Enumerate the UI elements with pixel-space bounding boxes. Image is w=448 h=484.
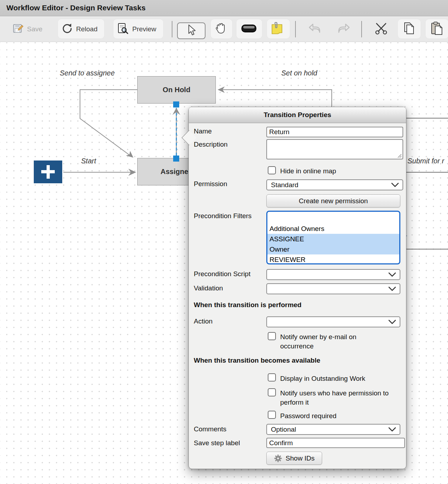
hide-in-online-map-checkbox[interactable] — [268, 166, 276, 174]
save-icon — [13, 23, 23, 35]
paste-clipboard-icon — [430, 22, 444, 37]
permission-value: Standard — [267, 181, 391, 189]
redo-icon — [336, 23, 351, 36]
validation-label: Validation — [194, 284, 223, 292]
toolbar: Save Reload Preview — [0, 17, 448, 42]
precondition-filters-label: Precondition Filters — [194, 212, 252, 220]
filter-option-assignee[interactable]: ASSIGNEE — [267, 234, 399, 244]
save-step-label: Save step label — [194, 439, 240, 447]
note-icon — [270, 22, 284, 36]
chevron-down-icon — [391, 183, 399, 188]
toolbar-separator — [361, 21, 362, 37]
toolbar-separator — [295, 21, 296, 37]
cut-button[interactable] — [374, 21, 388, 37]
window-titlebar: Workflow Editor - Design Review Tasks — [0, 0, 448, 16]
action-select[interactable] — [266, 316, 400, 327]
preview-button[interactable]: Preview — [117, 21, 156, 37]
reload-label: Reload — [76, 25, 97, 33]
display-outstanding-label: Display in Outstanding Work — [280, 374, 365, 383]
filter-option-owner[interactable]: Owner — [267, 244, 399, 254]
state-node-assigned-label: Assigned — [160, 168, 192, 176]
preview-label: Preview — [132, 25, 156, 33]
description-label: Description — [194, 141, 228, 148]
display-outstanding-checkbox[interactable] — [268, 373, 276, 382]
start-node[interactable] — [34, 161, 62, 183]
heading-when-performed: When this transition is performed — [194, 301, 302, 309]
step-node-icon — [241, 24, 257, 35]
comments-select[interactable]: Optional — [266, 424, 400, 435]
filter-option-additional-owners[interactable]: Additional Owners — [267, 223, 399, 234]
cursor-icon — [186, 24, 197, 38]
reload-icon — [62, 23, 73, 35]
plus-icon — [38, 164, 58, 180]
notify-owner-label: Notify owner by e-mail on occurrence — [280, 332, 376, 351]
page-title: Workflow Editor - Design Review Tasks — [6, 4, 145, 12]
transition-label-start[interactable]: Start — [81, 157, 96, 165]
transition-label-submit-partial: Submit for r — [407, 157, 444, 165]
precondition-filters-listbox[interactable]: Additional Owners ASSIGNEE Owner REVIEWE… — [266, 211, 400, 264]
toolbar-separator — [172, 21, 172, 37]
password-required-checkbox[interactable] — [268, 411, 276, 419]
create-new-permission-button[interactable]: Create new permission — [266, 194, 400, 207]
paste-button[interactable] — [430, 21, 444, 37]
annotation-note-tool-button[interactable] — [270, 21, 284, 37]
password-required-label: Password required — [280, 411, 336, 421]
chevron-down-icon — [388, 427, 396, 432]
copy-icon — [402, 22, 416, 37]
permission-select[interactable]: Standard — [266, 179, 403, 190]
save-button[interactable]: Save — [13, 21, 42, 37]
redo-button[interactable] — [336, 21, 351, 37]
precondition-script-label: Precondition Script — [194, 270, 250, 278]
show-ids-label: Show IDs — [286, 454, 314, 462]
heading-when-available: When this transition becomes available — [194, 357, 320, 364]
dialog-title: Transition Properties — [263, 111, 331, 119]
comments-value: Optional — [267, 426, 388, 433]
save-label: Save — [27, 25, 42, 33]
create-new-permission-label: Create new permission — [299, 197, 368, 205]
hand-icon — [214, 22, 227, 37]
description-textarea[interactable] — [266, 139, 403, 159]
filter-option-reviewer[interactable]: REVIEWER — [267, 254, 399, 264]
precondition-script-select[interactable] — [266, 269, 400, 280]
notify-users-checkbox[interactable] — [268, 388, 276, 396]
pan-tool-button[interactable] — [214, 21, 227, 37]
chevron-down-icon — [388, 320, 396, 325]
transition-properties-dialog: Transition Properties Name Description H… — [188, 107, 406, 469]
chevron-down-icon — [388, 272, 396, 277]
state-node-on-hold[interactable]: On Hold — [137, 76, 216, 104]
undo-icon — [308, 23, 322, 36]
copy-button[interactable] — [402, 21, 416, 37]
state-node-on-hold-label: On Hold — [163, 86, 191, 94]
name-label: Name — [194, 127, 212, 135]
cut-scissors-icon — [374, 22, 388, 36]
action-label: Action — [194, 317, 213, 325]
comments-label: Comments — [194, 425, 226, 433]
step-node-tool-button[interactable] — [241, 21, 257, 37]
notify-owner-checkbox[interactable] — [268, 332, 276, 340]
show-ids-button[interactable]: Show IDs — [266, 452, 322, 465]
filter-option-blank[interactable] — [267, 213, 399, 223]
transition-label-send-to-assignee[interactable]: Send to assignee — [60, 69, 115, 77]
chevron-down-icon — [388, 286, 396, 291]
permission-label: Permission — [194, 180, 227, 188]
preview-icon — [117, 23, 129, 36]
validation-select[interactable] — [266, 283, 400, 294]
notify-users-label: Notify users who have permission to perf… — [280, 389, 398, 407]
hide-in-online-map-label: Hide in online map — [280, 167, 336, 176]
transition-label-set-on-hold[interactable]: Set on hold — [281, 69, 317, 77]
resize-grip-icon[interactable] — [397, 153, 402, 158]
select-tool-button[interactable] — [177, 22, 206, 39]
save-step-input[interactable] — [266, 438, 405, 448]
reload-button[interactable]: Reload — [62, 21, 97, 37]
name-input[interactable] — [266, 127, 403, 137]
gear-icon — [274, 454, 282, 463]
dialog-titlebar[interactable]: Transition Properties — [189, 107, 406, 123]
undo-button[interactable] — [308, 21, 322, 37]
